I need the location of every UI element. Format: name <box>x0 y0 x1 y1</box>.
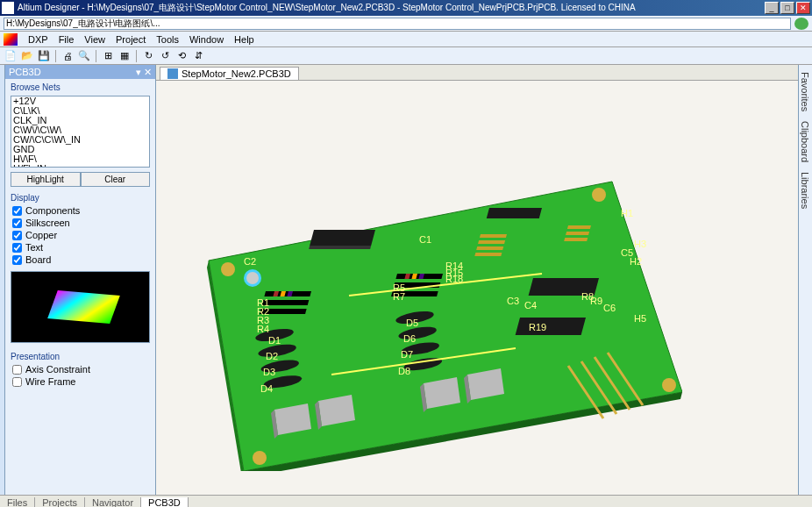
tab-files[interactable]: Files <box>0 497 35 508</box>
preview-3d[interactable] <box>11 271 150 343</box>
zoom-icon[interactable]: 🔍 <box>77 49 91 63</box>
svg-text:C1: C1 <box>419 234 431 245</box>
list-item[interactable]: H/F\_IN <box>11 164 149 168</box>
checkbox[interactable] <box>12 377 22 387</box>
check-label: Copper <box>25 230 57 240</box>
tab-clipboard[interactable]: Clipboard <box>798 118 812 166</box>
check-label: Silkscreen <box>25 218 70 228</box>
title-bar: Altium Designer - H:\MyDesigns\07_电路设计\S… <box>0 0 812 16</box>
fit-icon[interactable]: ⊞ <box>101 49 115 63</box>
menu-project[interactable]: Project <box>110 34 151 45</box>
checkbox[interactable] <box>12 231 22 240</box>
tab-navigator[interactable]: Navigator <box>85 497 141 508</box>
check-axis-constraint[interactable]: Axis Constraint <box>5 363 155 375</box>
toolbar: 📄 📂 💾 🖨 🔍 ⊞ ▦ ↻ ↺ ⟲ ⇵ <box>0 47 812 65</box>
checkbox[interactable] <box>12 365 22 375</box>
layers-icon[interactable]: ▦ <box>118 49 132 63</box>
maximize-button[interactable]: □ <box>780 2 794 14</box>
svg-text:R7: R7 <box>393 291 405 302</box>
checkbox[interactable] <box>12 243 22 253</box>
svg-text:D8: D8 <box>398 366 410 376</box>
document-tab[interactable]: StepMotor_New2.PCB3D <box>160 67 299 80</box>
address-bar <box>0 16 812 32</box>
svg-rect-11 <box>487 208 542 218</box>
svg-rect-47 <box>567 225 591 229</box>
check-label: Board <box>25 254 51 265</box>
path-input[interactable] <box>4 18 791 30</box>
svg-point-6 <box>253 451 267 465</box>
rotate-y-icon[interactable]: ↺ <box>158 49 172 63</box>
menu-view[interactable]: View <box>79 34 110 45</box>
highlight-button[interactable]: HighLight <box>11 172 81 187</box>
close-button[interactable]: ✕ <box>796 2 810 14</box>
go-icon[interactable] <box>794 18 808 30</box>
check-text[interactable]: Text <box>5 241 155 254</box>
presentation-label: Presentation <box>5 348 155 363</box>
svg-rect-49 <box>564 238 588 241</box>
svg-text:D3: D3 <box>263 367 275 377</box>
tab-favorites[interactable]: Favorites <box>798 68 812 115</box>
svg-point-13 <box>246 272 259 284</box>
clear-button[interactable]: Clear <box>81 172 151 187</box>
tab-projects[interactable]: Projects <box>35 497 85 508</box>
svg-rect-43 <box>480 234 507 238</box>
panel-close-icon[interactable]: ▾ ✕ <box>136 65 152 79</box>
svg-rect-48 <box>566 232 589 235</box>
main-area: PCB3D ▾ ✕ Browse Nets +12V C\L\K\ CLK_IN… <box>0 65 812 495</box>
menu-window[interactable]: Window <box>184 34 229 45</box>
dxp-icon[interactable] <box>4 33 18 46</box>
menu-tools[interactable]: Tools <box>151 34 184 45</box>
browse-nets-label: Browse Nets <box>5 79 155 94</box>
check-wire-frame[interactable]: Wire Frame <box>5 375 155 388</box>
menu-dxp[interactable]: DXP <box>23 34 53 45</box>
pcb-board: C2 C1 R1 R2 R3 R4 R5 R7 R18 R15 R14 D1 D… <box>191 129 682 471</box>
display-label: Display <box>5 189 155 204</box>
document-tabs: StepMotor_New2.PCB3D <box>156 65 798 81</box>
svg-text:D1: D1 <box>268 335 281 346</box>
separator <box>136 50 137 62</box>
flip-icon[interactable]: ⇵ <box>191 49 205 63</box>
svg-rect-10 <box>516 318 586 335</box>
menu-help[interactable]: Help <box>229 34 260 45</box>
minimize-button[interactable]: _ <box>765 2 779 14</box>
save-icon[interactable]: 💾 <box>37 49 51 63</box>
check-silkscreen[interactable]: Silkscreen <box>5 217 155 229</box>
separator <box>55 50 56 62</box>
svg-text:C6: C6 <box>603 303 616 313</box>
checkbox[interactable] <box>12 255 22 265</box>
menu-file[interactable]: File <box>53 34 80 45</box>
separator <box>96 50 96 62</box>
rotate-x-icon[interactable]: ↻ <box>141 49 155 63</box>
new-icon[interactable]: 📄 <box>4 49 18 63</box>
svg-rect-7 <box>310 230 375 246</box>
svg-point-5 <box>662 378 676 392</box>
svg-text:R19: R19 <box>529 322 546 332</box>
svg-point-4 <box>592 188 606 202</box>
check-components[interactable]: Components <box>5 204 155 217</box>
check-board[interactable]: Board <box>5 254 155 266</box>
svg-text:C2: C2 <box>244 256 256 267</box>
print-icon[interactable]: 🖨 <box>61 49 75 63</box>
svg-text:H5: H5 <box>634 313 646 324</box>
svg-text:D2: D2 <box>266 351 278 361</box>
svg-text:C5: C5 <box>621 247 633 258</box>
svg-rect-44 <box>478 240 505 244</box>
rotate-z-icon[interactable]: ⟲ <box>175 49 189 63</box>
check-label: Wire Frame <box>25 376 75 387</box>
tab-label: StepMotor_New2.PCB3D <box>182 68 291 79</box>
window-buttons: _ □ ✕ <box>765 2 810 14</box>
check-copper[interactable]: Copper <box>5 229 155 241</box>
checkbox[interactable] <box>12 218 22 228</box>
open-icon[interactable]: 📂 <box>20 49 34 63</box>
tab-pcb3d[interactable]: PCB3D <box>141 497 189 508</box>
panel-title: PCB3D <box>9 65 136 79</box>
svg-text:R14: R14 <box>445 261 463 271</box>
pcb3d-doc-icon <box>167 68 178 79</box>
tab-libraries[interactable]: Libraries <box>798 168 812 212</box>
3d-viewport[interactable]: C2 C1 R1 R2 R3 R4 R5 R7 R18 R15 R14 D1 D… <box>156 81 798 495</box>
svg-rect-8 <box>309 246 371 249</box>
menu-bar: DXP File View Project Tools Window Help <box>0 32 812 47</box>
nets-listbox[interactable]: +12V C\L\K\ CLK_IN C\W\/\C\W\ CW/\C\C\W\… <box>11 96 150 168</box>
app-icon <box>2 2 14 14</box>
checkbox[interactable] <box>12 206 22 216</box>
